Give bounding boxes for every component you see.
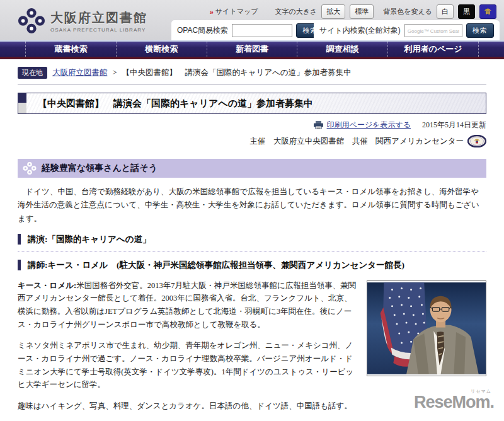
current-location-badge: 現在地: [18, 67, 47, 79]
breadcrumb: 現在地 大阪府立図書館 > 【中央図書館】 講演会「国際的キャリアへの道」参加者…: [18, 67, 486, 85]
bg-blue-button[interactable]: 青: [479, 4, 496, 19]
opac-search-label: OPAC簡易検索: [177, 25, 228, 36]
library-mark-icon: [23, 161, 37, 175]
font-size-expand-button[interactable]: 拡大: [321, 4, 345, 19]
page: 大阪府立図書館 OSAKA PREFECTURAL LIBRARY » サイトマ…: [0, 0, 504, 421]
page-title: 【中央図書館】 講演会「国際的キャリアへの道」参加者募集中: [38, 98, 313, 110]
lecturer-heading: 講師:キース・ロメル (駐大阪・神戸米国総領事館広報担当領事、兼関西アメリカンセ…: [18, 260, 486, 271]
header-search-row: OPAC簡易検索 検索 サイト内検索(全館対象) 検索: [0, 20, 504, 42]
resemom-watermark: リセマム ReseMom.: [414, 389, 494, 411]
site-search-panel: サイト内検索(全館対象) 検索: [314, 20, 500, 40]
site-header: 大阪府立図書館 OSAKA PREFECTURAL LIBRARY » サイトマ…: [0, 0, 504, 42]
divider: [18, 251, 486, 251]
breadcrumb-separator: >: [113, 68, 117, 78]
nav-item-collection-search[interactable]: 蔵書検索: [25, 42, 116, 57]
heading-accent-bar: [18, 260, 21, 270]
print-row: 印刷用ページを表示する 2015年5月14日更新: [18, 120, 486, 130]
printer-icon: [314, 121, 323, 129]
us-state-seal-icon: [467, 135, 486, 147]
section-title: 経験豊富な領事さんと話そう: [42, 163, 158, 174]
print-link[interactable]: 印刷用ページを表示する: [327, 120, 411, 130]
intro-paragraph: ドイツ、中国、台湾で勤務経験があり、大阪の米国総領事館で広報を担当しているキース…: [18, 185, 486, 226]
sitemap-link[interactable]: » サイトマップ: [210, 7, 258, 16]
nav-item-cross-search[interactable]: 横断検索: [116, 42, 207, 57]
opac-search-panel: OPAC簡易検索 検索: [171, 20, 329, 40]
opac-search-input[interactable]: [232, 24, 292, 37]
header-utility-links: » サイトマップ 文字の大きさ 拡大 標準 背景色を変える 白 黒 青: [210, 4, 496, 19]
organizer-text: 主催 大阪府立中央図書館 共催 関西アメリカンセンター: [249, 136, 464, 147]
heading-accent-bar: [18, 234, 21, 245]
font-size-label: 文字の大きさ: [275, 7, 317, 16]
nav-item-reference[interactable]: 調査相談: [297, 42, 387, 57]
bg-color-label: 背景色を変える: [383, 7, 432, 16]
organizer-line: 主催 大阪府立中央図書館 共催 関西アメリカンセンター: [18, 135, 486, 147]
site-search-input[interactable]: [404, 24, 462, 37]
bg-white-button[interactable]: 白: [437, 4, 454, 19]
sitemap-label: サイトマップ: [215, 7, 258, 16]
updated-date: 2015年5月14日更新: [422, 120, 486, 130]
breadcrumb-home-link[interactable]: 大阪府立図書館: [52, 67, 108, 78]
bg-black-button[interactable]: 黒: [458, 4, 475, 19]
main-nav: 蔵書検索 横断検索 新着図書 調査相談 利用者のページ: [0, 42, 504, 59]
lecture-heading: 講演:「国際的キャリアへの道」: [18, 234, 486, 245]
watermark-text: ReseMom.: [414, 393, 494, 412]
chevron-right-icon: »: [210, 8, 214, 16]
nav-item-new-books[interactable]: 新着図書: [207, 42, 297, 57]
site-search-button[interactable]: 検索: [466, 23, 494, 38]
nav-item-users-page[interactable]: 利用者のページ: [387, 42, 479, 57]
main-content: ドイツ、中国、台湾で勤務経験があり、大阪の米国総領事館で広報を担当しているキース…: [18, 185, 486, 245]
section-header: 経験豊富な領事さんと話そう: [18, 159, 486, 178]
font-size-standard-button[interactable]: 標準: [350, 4, 374, 19]
title-accent-strip: [18, 93, 26, 113]
site-search-label: サイト内検索(全館対象): [319, 25, 401, 36]
page-title-box: 【中央図書館】 講演会「国際的キャリアへの道」参加者募集中: [18, 93, 486, 114]
lecturer-photo: [367, 280, 486, 376]
breadcrumb-current-page: 【中央図書館】 講演会「国際的キャリアへの道」参加者募集中: [122, 67, 352, 78]
